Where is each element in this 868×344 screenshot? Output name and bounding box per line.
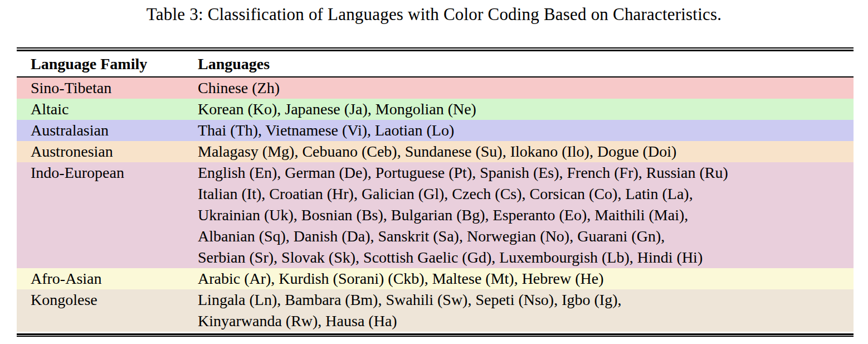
table-header-row: Language Family Languages [17, 51, 854, 76]
language-line: Malagasy (Mg), Cebuano (Ceb), Sundanese … [198, 141, 854, 162]
language-line: Ukrainian (Uk), Bosnian (Bs), Bulgarian … [198, 205, 854, 226]
languages-cell: Malagasy (Mg), Cebuano (Ceb), Sundanese … [198, 141, 854, 162]
table-body: Sino-Tibetan Chinese (Zh) Altaic Korean … [17, 77, 854, 332]
table-row: Altaic Korean (Ko), Japanese (Ja), Mongo… [17, 99, 854, 120]
language-table: Language Family Languages Sino-Tibetan C… [17, 47, 854, 337]
languages-cell: Chinese (Zh) [198, 77, 854, 99]
family-cell: Indo-European [17, 162, 198, 183]
language-line: Chinese (Zh) [198, 77, 854, 99]
language-line: Albanian (Sq), Danish (Da), Sanskrit (Sa… [198, 226, 854, 247]
family-cell: Australasian [17, 120, 198, 141]
column-header-languages: Languages [198, 54, 854, 75]
table-row: Austronesian Malagasy (Mg), Cebuano (Ceb… [17, 141, 854, 162]
table-bottom-rule [17, 333, 854, 337]
table-row: Indo-European English (En), German (De),… [17, 162, 854, 268]
family-cell: Sino-Tibetan [17, 77, 198, 99]
language-line: Italian (It), Croatian (Hr), Galician (G… [198, 183, 854, 205]
table-caption: Table 3: Classification of Languages wit… [0, 4, 868, 25]
table-row: Kongolese Lingala (Ln), Bambara (Bm), Sw… [17, 289, 854, 332]
languages-cell: Arabic (Ar), Kurdish (Sorani) (Ckb), Mal… [198, 268, 854, 289]
family-cell: Afro-Asian [17, 268, 198, 289]
paper-page: Table 3: Classification of Languages wit… [0, 0, 868, 344]
language-line: English (En), German (De), Portuguese (P… [198, 162, 854, 183]
family-cell: Austronesian [17, 141, 198, 162]
language-line: Arabic (Ar), Kurdish (Sorani) (Ckb), Mal… [198, 268, 854, 289]
table-row: Afro-Asian Arabic (Ar), Kurdish (Sorani)… [17, 268, 854, 289]
language-line: Kinyarwanda (Rw), Hausa (Ha) [198, 311, 854, 332]
family-cell: Altaic [17, 99, 198, 120]
table-row: Australasian Thai (Th), Vietnamese (Vi),… [17, 120, 854, 141]
language-line: Serbian (Sr), Slovak (Sk), Scottish Gael… [198, 247, 854, 268]
column-header-language-family: Language Family [17, 54, 198, 75]
table-top-rule [17, 47, 854, 51]
languages-cell: English (En), German (De), Portuguese (P… [198, 162, 854, 268]
language-line: Thai (Th), Vietnamese (Vi), Laotian (Lo) [198, 120, 854, 141]
family-cell: Kongolese [17, 289, 198, 311]
language-line: Lingala (Ln), Bambara (Bm), Swahili (Sw)… [198, 289, 854, 311]
table-row: Sino-Tibetan Chinese (Zh) [17, 77, 854, 99]
language-line: Korean (Ko), Japanese (Ja), Mongolian (N… [198, 99, 854, 120]
languages-cell: Korean (Ko), Japanese (Ja), Mongolian (N… [198, 99, 854, 120]
languages-cell: Thai (Th), Vietnamese (Vi), Laotian (Lo) [198, 120, 854, 141]
languages-cell: Lingala (Ln), Bambara (Bm), Swahili (Sw)… [198, 289, 854, 332]
